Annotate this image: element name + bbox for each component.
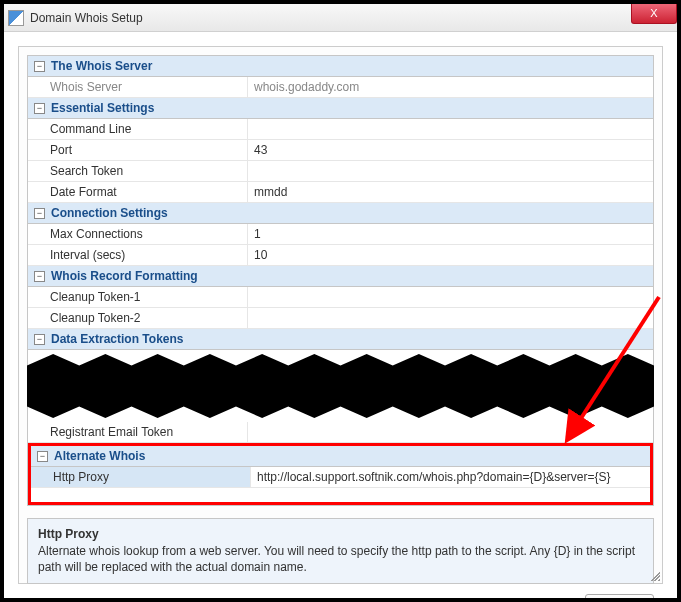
value [248, 308, 653, 328]
content-area: − The Whois Server Whois Server whois.go… [4, 32, 677, 598]
resize-grip-icon[interactable] [648, 569, 660, 581]
window-title: Domain Whois Setup [30, 11, 143, 25]
highlight-annotation: − Alternate Whois Http Proxy [28, 443, 653, 505]
http-proxy-input[interactable] [257, 470, 644, 484]
section-title: The Whois Server [51, 59, 152, 73]
label: Cleanup Token-2 [28, 308, 248, 328]
label: Max Connections [28, 224, 248, 244]
value: mmdd [248, 182, 653, 202]
row-date-format[interactable]: Date Format mmdd [28, 182, 653, 203]
row-registrant-email[interactable]: Registrant Email Token [28, 422, 653, 443]
row-command-line[interactable]: Command Line [28, 119, 653, 140]
section-title: Essential Settings [51, 101, 154, 115]
section-extraction[interactable]: − Data Extraction Tokens [28, 329, 653, 350]
property-grid: − The Whois Server Whois Server whois.go… [27, 55, 654, 506]
window-close-button[interactable]: X [631, 4, 677, 24]
minus-icon[interactable]: − [34, 103, 45, 114]
label: Cleanup Token-1 [28, 287, 248, 307]
row-interval[interactable]: Interval (secs) 10 [28, 245, 653, 266]
titlebar: Domain Whois Setup X [4, 4, 677, 32]
footer: Close [27, 594, 654, 602]
label: Whois Server [28, 77, 248, 97]
minus-icon[interactable]: − [34, 208, 45, 219]
section-connection[interactable]: − Connection Settings [28, 203, 653, 224]
close-button[interactable]: Close [585, 594, 654, 602]
value: 43 [248, 140, 653, 160]
label: Interval (secs) [28, 245, 248, 265]
label: Port [28, 140, 248, 160]
row-max-connections[interactable]: Max Connections 1 [28, 224, 653, 245]
label: Registrant Email Token [28, 422, 248, 442]
value: 1 [248, 224, 653, 244]
label: Search Token [28, 161, 248, 181]
truncation-indicator-icon [27, 354, 654, 418]
row-cleanup1[interactable]: Cleanup Token-1 [28, 287, 653, 308]
value[interactable] [251, 467, 650, 487]
section-whois-server[interactable]: − The Whois Server [28, 56, 653, 77]
value [248, 287, 653, 307]
description-title: Http Proxy [38, 527, 643, 541]
minus-icon[interactable]: − [34, 61, 45, 72]
minus-icon[interactable]: − [37, 451, 48, 462]
description-text: Alternate whois lookup from a web server… [38, 543, 643, 575]
value [248, 422, 653, 442]
section-title: Alternate Whois [54, 449, 145, 463]
row-cleanup2[interactable]: Cleanup Token-2 [28, 308, 653, 329]
row-port[interactable]: Port 43 [28, 140, 653, 161]
row-http-proxy[interactable]: Http Proxy [31, 467, 650, 488]
section-formatting[interactable]: − Whois Record Formatting [28, 266, 653, 287]
value: whois.godaddy.com [248, 77, 653, 97]
value [248, 119, 653, 139]
row-search-token[interactable]: Search Token [28, 161, 653, 182]
label: Command Line [28, 119, 248, 139]
section-essential[interactable]: − Essential Settings [28, 98, 653, 119]
inner-panel: − The Whois Server Whois Server whois.go… [18, 46, 663, 584]
minus-icon[interactable]: − [34, 334, 45, 345]
section-title: Connection Settings [51, 206, 168, 220]
section-alternate[interactable]: − Alternate Whois [31, 446, 650, 467]
value [248, 161, 653, 181]
description-panel: Http Proxy Alternate whois lookup from a… [27, 518, 654, 584]
label: Date Format [28, 182, 248, 202]
label: Http Proxy [31, 467, 251, 487]
app-icon [8, 10, 24, 26]
row-whois-server[interactable]: Whois Server whois.godaddy.com [28, 77, 653, 98]
section-title: Whois Record Formatting [51, 269, 198, 283]
minus-icon[interactable]: − [34, 271, 45, 282]
section-title: Data Extraction Tokens [51, 332, 183, 346]
value: 10 [248, 245, 653, 265]
